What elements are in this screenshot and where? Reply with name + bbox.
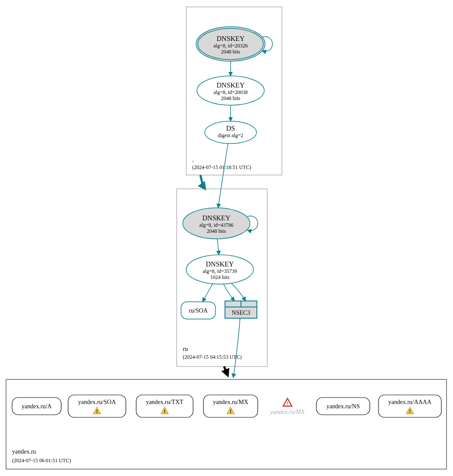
root-zsk: DNSKEY alg=8, id=20038 2048 bits <box>197 76 264 105</box>
rrset-mx: yandex.ru/MX ! <box>203 395 258 417</box>
edge-ru-nsec3-to-yandex <box>233 318 240 378</box>
error-icon: ! <box>283 398 292 406</box>
ru-zsk-line1: alg=8, id=35739 <box>203 268 237 274</box>
rrset-aaaa-label: yandex.ru/AAAA <box>388 399 432 405</box>
ru-ksk: DNSKEY alg=8, id=43786 2048 bits <box>183 208 250 239</box>
root-ksk: DNSKEY alg=8, id=20326 2048 bits <box>196 27 265 61</box>
rrset-aaaa: yandex.ru/AAAA ! <box>378 395 441 417</box>
rrset-mx-label: yandex.ru/MX <box>213 399 248 405</box>
ru-zsk-title: DNSKEY <box>206 260 234 268</box>
svg-rect-12 <box>6 379 447 469</box>
ru-nsec3: NSEC3 <box>225 301 257 318</box>
edge-root-to-ru-zone <box>200 175 205 188</box>
root-zsk-line2: 2048 bits <box>221 95 241 101</box>
rrset-mx-ghost: ! yandex.ru/MX <box>269 398 305 415</box>
svg-text:!: ! <box>230 408 231 414</box>
ru-ksk-line2: 2048 bits <box>207 228 226 234</box>
rrset-a-label: yandex.ru/A <box>22 403 52 410</box>
rrset-txt-label: yandex.ru/TXT <box>146 399 184 405</box>
zone-yandex-timestamp: (2024-07-15 06:01:51 UTC) <box>12 457 71 463</box>
root-zsk-line1: alg=8, id=20038 <box>213 89 248 95</box>
ru-ksk-line1: alg=8, id=43786 <box>199 222 234 228</box>
edge-ru-zsk-soa <box>203 283 213 302</box>
zone-root-timestamp: (2024-07-15 01:18:51 UTC) <box>192 164 251 170</box>
zone-yandex-label: yandex.ru <box>12 448 36 455</box>
zone-root-label: . <box>192 157 194 163</box>
rrset-ns-label: yandex.ru/NS <box>326 403 359 410</box>
root-ksk-title: DNSKEY <box>217 35 245 42</box>
edge-root-ds-to-ru-ksk <box>218 143 228 208</box>
svg-text:!: ! <box>287 400 288 406</box>
ru-zsk: DNSKEY alg=8, id=35739 1024 bits <box>186 255 253 284</box>
edge-ru-ksk-zsk <box>217 239 219 255</box>
rrset-ns: yandex.ru/NS <box>316 398 370 415</box>
zone-ru: ru (2024-07-15 04:15:53 UTC) DNSKEY alg=… <box>177 189 267 366</box>
rrset-a: yandex.ru/A <box>12 398 61 415</box>
root-ds-title: DS <box>226 125 235 132</box>
dnssec-graph: . (2024-07-15 01:18:51 UTC) DNSKEY alg=8… <box>0 0 453 476</box>
rrset-txt: yandex.ru/TXT ! <box>136 395 193 417</box>
zone-yandex: yandex.ru (2024-07-15 06:01:51 UTC) yand… <box>6 379 447 469</box>
ru-soa: ru/SOA <box>181 302 216 319</box>
rrset-soa-label: yandex.ru/SOA <box>78 399 116 405</box>
svg-text:!: ! <box>164 408 166 414</box>
root-ksk-line1: alg=8, id=20326 <box>213 43 248 49</box>
edge-ru-zsk-nsec3-b <box>231 283 246 301</box>
rrset-soa: yandex.ru/SOA ! <box>68 395 126 417</box>
root-zsk-title: DNSKEY <box>217 81 245 89</box>
edge-ru-zsk-nsec3-a <box>223 284 234 301</box>
zone-ru-timestamp: (2024-07-15 04:15:53 UTC) <box>183 354 242 360</box>
ru-ksk-title: DNSKEY <box>203 214 231 222</box>
root-ds: DS digest alg=2 <box>205 121 256 144</box>
ru-zsk-line2: 1024 bits <box>210 274 230 280</box>
rrset-mx-ghost-label: yandex.ru/MX <box>269 409 305 415</box>
svg-text:!: ! <box>409 408 411 414</box>
zone-root: . (2024-07-15 01:18:51 UTC) DNSKEY alg=8… <box>186 7 282 175</box>
ru-soa-label: ru/SOA <box>189 307 208 314</box>
ru-nsec3-label: NSEC3 <box>232 310 250 316</box>
svg-text:!: ! <box>96 408 98 414</box>
root-ksk-line2: 2048 bits <box>221 49 241 55</box>
edge-ru-to-yandex-zone <box>224 366 228 375</box>
zone-ru-label: ru <box>183 346 188 352</box>
root-ds-line1: digest alg=2 <box>218 132 243 138</box>
